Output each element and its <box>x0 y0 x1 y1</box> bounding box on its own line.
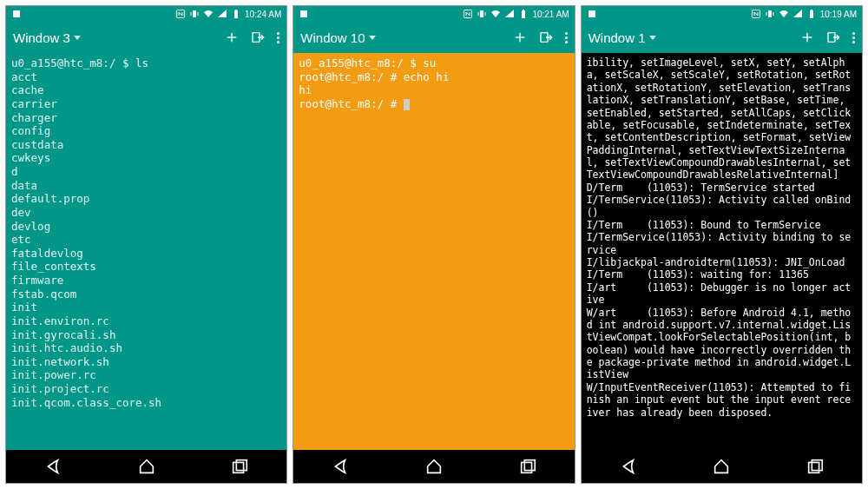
menu-icon[interactable] <box>565 32 568 43</box>
svg-rect-30 <box>811 10 812 10</box>
svg-rect-35 <box>812 460 822 471</box>
chevron-down-icon <box>649 36 656 40</box>
nfc-icon <box>463 9 473 19</box>
app-bar: Window 10 <box>293 22 574 53</box>
window-selector[interactable]: Window 1 <box>589 30 656 45</box>
status-right: 10:21 AM <box>463 9 569 19</box>
battery-icon <box>518 9 529 19</box>
phone-screenshot-3: 10:19 AM Window 1 ibility, setImageLevel… <box>581 5 863 484</box>
window-selector[interactable]: Window 10 <box>300 30 375 45</box>
nfc-icon <box>751 9 761 19</box>
menu-icon[interactable] <box>852 32 855 43</box>
phone-screenshot-2: 10:21 AM Window 10 u0_a155@htc_m8:/ $ su… <box>293 5 575 484</box>
battery-icon <box>806 9 817 19</box>
svg-rect-24 <box>589 10 595 17</box>
notification-icon <box>11 9 22 19</box>
chevron-down-icon <box>74 36 81 40</box>
nav-bar <box>582 450 862 483</box>
terminal-output[interactable]: u0_a155@htc_m8:/ $ ls acct cache carrier… <box>6 53 286 450</box>
svg-rect-18 <box>523 10 524 10</box>
vibrate-icon <box>765 9 775 19</box>
svg-rect-34 <box>809 462 819 472</box>
back-icon[interactable] <box>619 457 638 476</box>
terminal-output[interactable]: ibility, setImageLevel, setX, setY, setA… <box>582 53 862 450</box>
status-right: 10:24 AM <box>175 9 281 19</box>
signal-icon <box>217 9 227 19</box>
notification-icon <box>299 9 309 19</box>
svg-rect-14 <box>480 10 483 17</box>
menu-icon[interactable] <box>277 32 279 43</box>
status-left <box>299 9 309 19</box>
home-icon[interactable] <box>424 457 444 476</box>
svg-rect-5 <box>234 10 238 18</box>
vibrate-icon <box>477 9 487 19</box>
wifi-icon <box>779 9 789 19</box>
signal-icon <box>792 9 803 19</box>
exit-icon[interactable] <box>539 30 553 44</box>
signal-icon <box>504 9 515 19</box>
svg-rect-22 <box>521 462 531 472</box>
clock-text: 10:19 AM <box>820 10 857 19</box>
svg-rect-26 <box>768 10 772 17</box>
wifi-icon <box>203 9 214 19</box>
nfc-icon <box>175 9 186 19</box>
svg-rect-2 <box>193 10 196 17</box>
svg-rect-23 <box>524 460 535 471</box>
cursor <box>404 99 410 110</box>
nav-bar <box>293 450 574 483</box>
svg-rect-12 <box>300 10 307 17</box>
app-bar: Window 1 <box>582 22 862 53</box>
svg-rect-11 <box>237 460 247 471</box>
exit-icon[interactable] <box>826 30 840 44</box>
window-title: Window 10 <box>300 30 365 45</box>
battery-icon <box>231 9 241 19</box>
clock-text: 10:21 AM <box>532 10 569 19</box>
add-icon[interactable] <box>513 30 527 44</box>
phone-screenshot-1: 10:24 AM Window 3 u0_a155@htc_m8:/ $ ls … <box>5 5 287 484</box>
notification-icon <box>587 9 597 19</box>
clock-text: 10:24 AM <box>245 10 281 19</box>
status-bar: 10:19 AM <box>582 6 862 22</box>
nav-bar <box>6 450 286 483</box>
recent-icon[interactable] <box>806 457 825 476</box>
vibrate-icon <box>189 9 200 19</box>
exit-icon[interactable] <box>251 30 265 44</box>
window-selector[interactable]: Window 3 <box>13 30 81 45</box>
window-title: Window 3 <box>13 30 70 45</box>
terminal-output[interactable]: u0_a155@htc_m8:/ $ su root@htc_m8:/ # ec… <box>293 53 574 450</box>
status-left <box>587 9 597 19</box>
status-bar: 10:21 AM <box>293 6 574 22</box>
recent-icon[interactable] <box>518 457 537 476</box>
add-icon[interactable] <box>800 30 814 44</box>
chevron-down-icon <box>369 36 376 40</box>
svg-rect-17 <box>522 10 525 18</box>
add-icon[interactable] <box>225 30 239 44</box>
svg-rect-6 <box>235 10 237 10</box>
home-icon[interactable] <box>137 457 156 476</box>
recent-icon[interactable] <box>230 457 249 476</box>
wifi-icon <box>490 9 501 19</box>
status-left <box>11 9 22 19</box>
home-icon[interactable] <box>712 457 731 476</box>
status-bar: 10:24 AM <box>6 6 286 22</box>
svg-rect-10 <box>233 462 244 472</box>
svg-rect-0 <box>13 10 20 17</box>
window-title: Window 1 <box>589 30 646 45</box>
status-right: 10:19 AM <box>751 9 857 19</box>
back-icon[interactable] <box>331 457 350 476</box>
app-bar: Window 3 <box>6 22 286 53</box>
svg-rect-29 <box>810 10 813 18</box>
back-icon[interactable] <box>43 457 62 476</box>
